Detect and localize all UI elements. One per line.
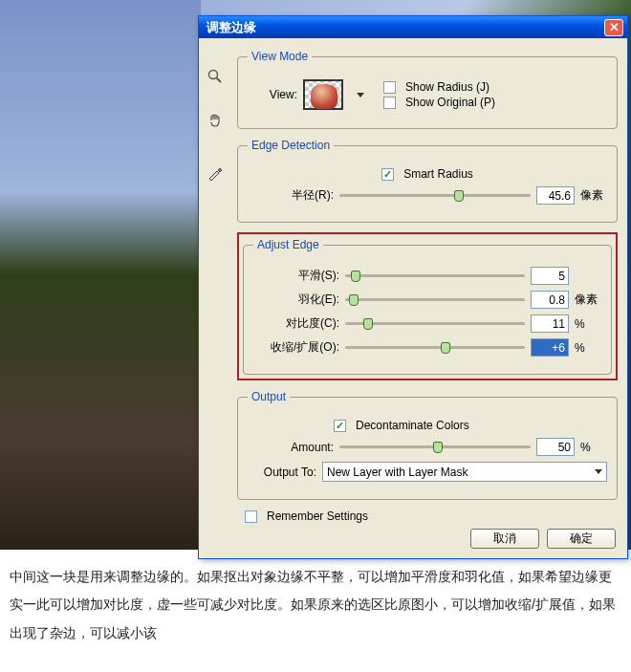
adjust-edge-highlight: Adjust Edge 平滑(S): 羽化(E): 像素 对比度 [237,232,618,380]
smooth-slider[interactable] [345,268,525,285]
smooth-value[interactable] [531,267,569,285]
contrast-unit: % [575,317,601,331]
adjust-edge-group: Adjust Edge 平滑(S): 羽化(E): 像素 对比度 [243,238,612,375]
feather-label: 羽化(E): [253,292,339,308]
show-radius-label: Show Radius (J) [405,80,490,94]
output-group: Output Decontaminate Colors Amount: % Ou… [237,390,618,500]
radius-unit: 像素 [580,187,607,204]
show-original-label: Show Original (P) [405,96,495,109]
show-radius-checkbox[interactable] [383,81,396,94]
view-dropdown-arrow-icon[interactable] [357,93,364,98]
show-original-checkbox[interactable] [383,97,396,109]
ok-button[interactable]: 确定 [547,529,616,549]
refine-edge-dialog: 调整边缘 ✕ View Mode View: Show Radius (J) [198,15,628,559]
caption-text: 中间这一块是用来调整边缘的。如果抠出对象边缘不平整，可以增加平滑度和羽化值，如果… [0,550,631,647]
refine-brush-icon[interactable] [205,163,226,184]
shift-slider[interactable] [345,339,525,357]
remember-label: Remember Settings [267,509,368,523]
close-button[interactable]: ✕ [604,19,623,36]
radius-value[interactable] [536,186,575,205]
output-legend: Output [248,390,290,403]
radius-label: 半径(R): [248,187,334,204]
contrast-label: 对比度(C): [253,315,339,332]
cancel-button[interactable]: 取消 [470,529,539,549]
svg-line-1 [217,78,222,83]
dialog-title: 调整边缘 [207,19,604,36]
tool-column [205,66,226,184]
contrast-slider[interactable] [345,315,525,333]
shift-value[interactable]: +6 [531,338,569,357]
amount-value[interactable] [536,438,575,456]
smart-radius-label: Smart Radius [403,167,473,181]
smooth-label: 平滑(S): [253,268,339,284]
contrast-value[interactable] [531,314,569,333]
edge-detection-group: Edge Detection Smart Radius 半径(R): 像素 [237,139,618,223]
feather-unit: 像素 [575,292,601,308]
view-mode-legend: View Mode [248,50,312,63]
decontaminate-label: Decontaminate Colors [356,419,469,432]
amount-label: Amount: [248,441,334,454]
titlebar[interactable]: 调整边缘 ✕ [199,16,627,38]
dropdown-arrow-icon [595,469,602,474]
outputto-value: New Layer with Layer Mask [327,466,468,479]
outputto-label: Output To: [248,466,316,479]
decontaminate-checkbox[interactable] [334,420,346,432]
view-label: View: [248,88,297,101]
feather-value[interactable] [531,291,569,309]
amount-unit: % [580,441,607,454]
outputto-dropdown[interactable]: New Layer with Layer Mask [322,462,607,482]
background-image: PhotoPS.cn 调整边缘 ✕ View Mode View: [0,0,631,550]
shift-label: 收缩/扩展(O): [253,339,339,356]
svg-point-0 [209,71,218,79]
adjust-edge-legend: Adjust Edge [253,238,323,251]
zoom-tool-icon[interactable] [205,66,226,87]
hand-tool-icon[interactable] [205,110,226,131]
edge-detection-legend: Edge Detection [248,139,334,152]
smart-radius-checkbox[interactable] [381,168,394,181]
radius-slider[interactable] [339,187,531,205]
shift-unit: % [575,341,601,355]
remember-checkbox[interactable] [245,510,257,523]
amount-slider[interactable] [339,439,531,456]
view-mode-group: View Mode View: Show Radius (J) Show Ori… [237,50,618,129]
view-thumbnail[interactable] [303,79,343,110]
feather-slider[interactable] [345,292,525,309]
